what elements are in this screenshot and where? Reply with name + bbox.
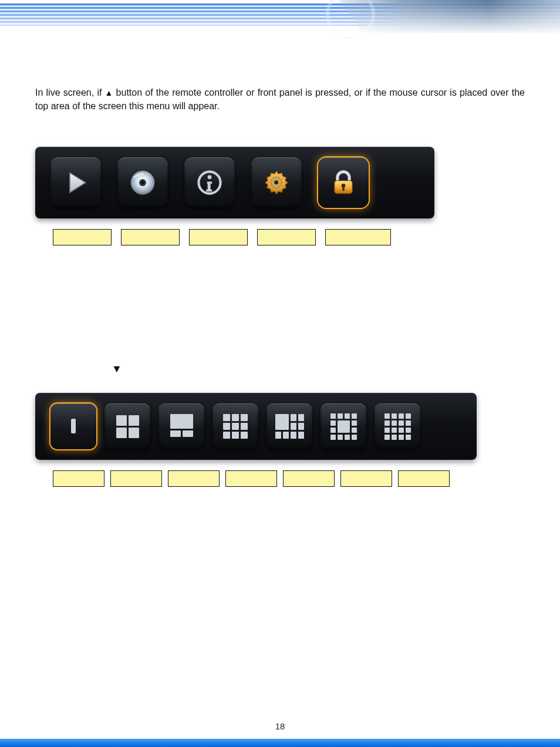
intro-paragraph: In live screen, if ▲ button of the remot… bbox=[35, 86, 525, 113]
top-menu-buttons bbox=[50, 157, 419, 208]
disc-icon bbox=[127, 167, 158, 198]
info-icon bbox=[194, 167, 225, 198]
layout-10[interactable] bbox=[266, 403, 312, 449]
label-info bbox=[189, 229, 248, 245]
label-layout-9 bbox=[225, 470, 277, 487]
layout-6[interactable] bbox=[158, 403, 204, 449]
layout-13-icon bbox=[330, 413, 357, 440]
setup-button[interactable] bbox=[251, 157, 302, 208]
play-button[interactable] bbox=[50, 157, 101, 208]
svg-rect-10 bbox=[342, 187, 344, 191]
lock-icon bbox=[328, 167, 359, 198]
disc-button[interactable] bbox=[117, 157, 168, 208]
intro-pre: In live screen, if bbox=[35, 88, 105, 97]
svg-point-5 bbox=[208, 176, 212, 180]
page: In live screen, if ▲ button of the remot… bbox=[0, 0, 560, 747]
play-icon bbox=[60, 167, 92, 198]
label-layout-6 bbox=[168, 470, 220, 487]
info-button[interactable] bbox=[184, 157, 235, 208]
banner-fade bbox=[0, 0, 560, 38]
label-lock bbox=[325, 229, 391, 245]
layout-13[interactable] bbox=[321, 403, 366, 449]
gear-icon bbox=[261, 167, 292, 198]
label-disc bbox=[121, 229, 180, 245]
page-number: 18 bbox=[0, 721, 560, 731]
layout-1[interactable] bbox=[50, 403, 96, 449]
layout-menu-labels bbox=[53, 470, 525, 487]
top-menu-labels bbox=[53, 229, 525, 245]
label-play bbox=[53, 229, 112, 245]
svg-marker-0 bbox=[70, 173, 86, 193]
layout-6-icon bbox=[170, 414, 193, 439]
svg-point-7 bbox=[274, 181, 278, 184]
layout-9-icon bbox=[223, 414, 248, 439]
layout-4[interactable] bbox=[104, 403, 150, 449]
layout-1-icon bbox=[71, 421, 76, 432]
layout-4-icon bbox=[116, 415, 139, 438]
label-layout-1 bbox=[53, 470, 104, 487]
layout-10-icon bbox=[275, 414, 304, 439]
layout-9[interactable] bbox=[212, 403, 258, 449]
up-triangle-icon: ▲ bbox=[105, 87, 113, 99]
down-triangle-icon: ▼ bbox=[112, 363, 525, 375]
label-layout-4 bbox=[110, 470, 162, 487]
footer-bar bbox=[0, 739, 560, 747]
content-area: In live screen, if ▲ button of the remot… bbox=[35, 76, 525, 487]
top-menu-bar bbox=[35, 147, 434, 218]
layout-menu-bar bbox=[35, 393, 477, 460]
layout-16[interactable] bbox=[375, 403, 420, 449]
label-layout-10 bbox=[283, 470, 335, 487]
label-layout-13 bbox=[340, 470, 392, 487]
layout-menu-buttons bbox=[50, 403, 461, 449]
label-setup bbox=[257, 229, 316, 245]
label-layout-16 bbox=[398, 470, 450, 487]
header-banner bbox=[0, 0, 560, 38]
svg-point-3 bbox=[141, 181, 144, 184]
layout-16-icon bbox=[384, 413, 411, 440]
lock-button[interactable] bbox=[318, 157, 369, 208]
